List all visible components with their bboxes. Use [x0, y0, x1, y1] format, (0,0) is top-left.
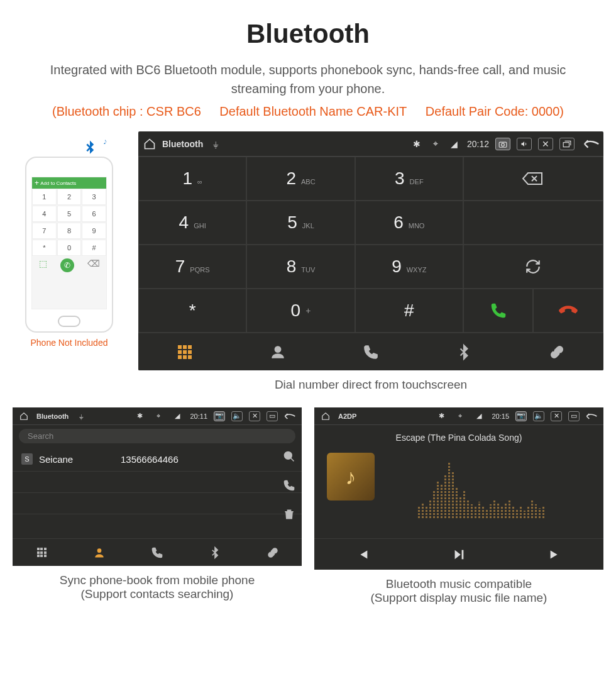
- svg-point-5: [97, 548, 102, 553]
- spec-code: Default Pair Code: 0000): [426, 104, 564, 118]
- status-time: 20:12: [467, 139, 489, 149]
- search-icon[interactable]: [283, 450, 295, 465]
- wifi-icon: ◢: [448, 139, 461, 149]
- redial-button[interactable]: [463, 245, 603, 289]
- dialer-caption: Dial number direct from touchscreen: [138, 370, 603, 404]
- back-button[interactable]: [284, 412, 297, 421]
- tab-call-history[interactable]: [128, 539, 186, 566]
- screenshot-button[interactable]: [495, 138, 510, 150]
- caption-line2: (Support contacts searching): [19, 587, 295, 601]
- tab-pair[interactable]: [244, 539, 302, 566]
- backspace-button[interactable]: [463, 157, 603, 201]
- tab-pair[interactable]: [510, 333, 603, 370]
- status-bar: A2DP ✱ ⌖ ◢ 20:15 📷 🔈 ✕ ▭: [314, 407, 603, 425]
- screenshot-button[interactable]: 📷: [515, 411, 527, 421]
- call-button[interactable]: [463, 289, 534, 333]
- status-time: 20:15: [492, 412, 509, 420]
- volume-button[interactable]: [517, 138, 532, 150]
- status-bar: Bluetooth ⏚ ✱ ⌖ ◢ 20:12 ✕: [138, 131, 603, 157]
- dial-key-0[interactable]: 0+: [246, 289, 355, 333]
- tab-bluetooth[interactable]: [186, 539, 244, 566]
- usb-icon: ⏚: [75, 412, 87, 420]
- music-note-icon: ♪: [346, 465, 356, 489]
- contact-name: Seicane: [39, 454, 121, 465]
- back-button[interactable]: [586, 412, 598, 421]
- svg-point-3: [275, 346, 281, 352]
- phone-illustration: + Add to Contacts 123 456 789 *0# ⬚ ✆ ⌫ …: [13, 131, 126, 348]
- wifi-icon: ◢: [171, 412, 184, 420]
- dial-key-7[interactable]: 7PQRS: [138, 245, 246, 289]
- call-icon[interactable]: [283, 479, 295, 494]
- music-controls: [314, 538, 603, 570]
- next-button[interactable]: [507, 539, 603, 570]
- recents-button[interactable]: ▭: [568, 411, 580, 421]
- tab-bluetooth[interactable]: [417, 333, 510, 370]
- svg-point-4: [285, 452, 292, 460]
- tab-call-history[interactable]: [324, 333, 417, 370]
- contact-row[interactable]: S Seicane 13566664466: [13, 447, 302, 472]
- side-actions: [283, 450, 295, 523]
- screenshot-button[interactable]: 📷: [214, 411, 225, 421]
- spec-chip: (Bluetooth chip : CSR BC6: [52, 104, 201, 118]
- music-caption: Bluetooth music compatible (Support disp…: [314, 570, 603, 617]
- hangup-button[interactable]: [533, 289, 603, 333]
- bluetooth-icon: [80, 139, 99, 163]
- tab-contacts[interactable]: [231, 333, 324, 370]
- home-icon[interactable]: [319, 412, 332, 421]
- tab-contacts[interactable]: [70, 539, 128, 566]
- recents-button[interactable]: ▭: [267, 411, 278, 421]
- phone-disclaimer: Phone Not Included: [13, 338, 126, 348]
- dial-key-4[interactable]: 4GHI: [138, 201, 246, 245]
- dial-key-#[interactable]: #: [355, 289, 463, 333]
- delete-icon[interactable]: [283, 508, 295, 523]
- recents-button[interactable]: [559, 138, 575, 150]
- bluetooth-status-icon: ✱: [133, 412, 146, 420]
- volume-button[interactable]: 🔈: [231, 411, 243, 421]
- track-title: Escape (The Pina Colada Song): [324, 433, 593, 443]
- dial-key-1[interactable]: 1∞: [138, 157, 246, 201]
- contact-badge: S: [21, 453, 33, 465]
- tab-dialpad[interactable]: [138, 333, 231, 370]
- play-pause-button[interactable]: [410, 539, 507, 570]
- status-bar: Bluetooth ⏚ ✱ ⌖ ◢ 20:11 📷 🔈 ✕ ▭: [13, 407, 302, 425]
- status-time: 20:11: [190, 412, 207, 420]
- bluetooth-status-icon: ✱: [435, 412, 448, 420]
- empty-cell: [463, 201, 603, 245]
- back-button[interactable]: [586, 138, 598, 150]
- dial-key-5[interactable]: 5JKL: [246, 201, 355, 245]
- album-art: ♪: [327, 453, 375, 501]
- volume-button[interactable]: 🔈: [533, 411, 544, 421]
- dialer-screen: Bluetooth ⏚ ✱ ⌖ ◢ 20:12 ✕ 1∞2ABC3DEF4GHI…: [138, 131, 603, 370]
- dial-key-2[interactable]: 2ABC: [246, 157, 355, 201]
- svg-rect-2: [563, 142, 569, 147]
- phonebook-screen: Bluetooth ⏚ ✱ ⌖ ◢ 20:11 📷 🔈 ✕ ▭ Searc: [13, 407, 302, 566]
- dial-key-9[interactable]: 9WXYZ: [355, 245, 463, 289]
- phone-topbar-label: Add to Contacts: [40, 180, 76, 186]
- close-button[interactable]: ✕: [249, 411, 260, 421]
- home-icon[interactable]: [18, 412, 30, 421]
- equalizer-visual: [368, 455, 593, 518]
- home-icon[interactable]: [143, 138, 156, 150]
- caption-line1: Sync phone-book from mobile phone: [60, 573, 255, 587]
- hero-specs: (Bluetooth chip : CSR BC6 Default Blueto…: [13, 104, 603, 119]
- status-title: Bluetooth: [162, 139, 203, 149]
- caption-line2: (Support display music file name): [321, 591, 597, 605]
- dial-key-3[interactable]: 3DEF: [355, 157, 463, 201]
- tab-dialpad[interactable]: [13, 539, 70, 566]
- usb-icon: ⏚: [209, 139, 222, 149]
- svg-point-1: [502, 143, 505, 146]
- music-screen: A2DP ✱ ⌖ ◢ 20:15 📷 🔈 ✕ ▭ Escape (The Pin…: [314, 407, 603, 570]
- dial-key-*[interactable]: *: [138, 289, 246, 333]
- hero-description: Integrated with BC6 Bluetooth module, su…: [31, 60, 585, 98]
- status-title: Bluetooth: [36, 412, 69, 420]
- search-input[interactable]: Search: [19, 429, 295, 443]
- contact-number: 13566664466: [121, 454, 179, 465]
- close-button[interactable]: ✕: [538, 138, 553, 150]
- svg-rect-6: [462, 550, 464, 559]
- caption-line1: Bluetooth music compatible: [386, 577, 532, 590]
- bottom-tabs: [138, 333, 603, 370]
- dial-key-8[interactable]: 8TUV: [246, 245, 355, 289]
- prev-button[interactable]: [314, 539, 410, 570]
- close-button[interactable]: ✕: [551, 411, 562, 421]
- dial-key-6[interactable]: 6MNO: [355, 201, 463, 245]
